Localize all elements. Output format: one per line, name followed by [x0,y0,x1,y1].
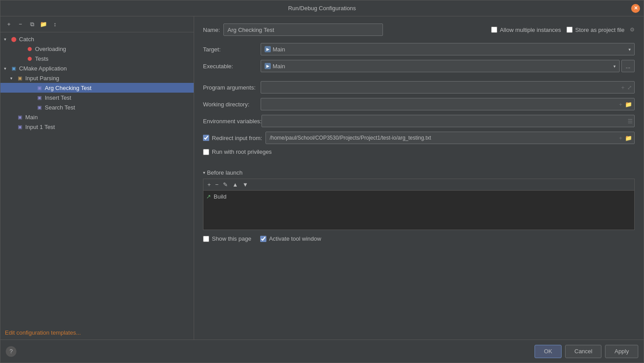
right-panel: Name: Allow multiple instances Store as … [194,16,644,340]
catch-label: Catch [19,36,34,43]
cmake-label: CMake Application [19,65,67,72]
help-button[interactable]: ? [6,346,16,357]
program-args-plus-icon[interactable]: + [620,84,625,91]
gear-icon[interactable]: ⚙ [630,27,635,33]
tests-icon: ⬤ [26,55,33,62]
env-vars-icon[interactable]: ☰ [628,118,633,125]
copy-config-button[interactable]: ⧉ [27,20,37,29]
store-as-project-row[interactable]: Store as project file [566,27,624,33]
bl-remove-button[interactable]: − [214,181,220,188]
run-debug-dialog: Run/Debug Configurations ✕ + − ⧉ 📁 ↕ ▾ ⬤… [0,0,644,363]
run-root-checkbox[interactable] [203,149,209,155]
redirect-row: Redirect input from: + 📁 [203,132,635,144]
redirect-folder-icon[interactable]: 📁 [624,134,633,142]
tree-item-tests[interactable]: ⬤ Tests [0,54,194,63]
exec-value: Main [273,63,285,70]
tree-item-input-parsing[interactable]: ▾ ▣ Input Parsing [0,73,194,83]
cmake-arrow: ▾ [4,66,10,71]
titlebar: Run/Debug Configurations ✕ [0,0,644,16]
tree-item-insert-test[interactable]: ▣ Insert Test [0,93,194,102]
tree-item-overloading[interactable]: ⬤ Overloading [0,44,194,54]
name-input[interactable] [223,23,383,36]
folder-config-button[interactable]: 📁 [39,20,48,29]
tests-label: Tests [35,55,48,62]
left-toolbar: + − ⧉ 📁 ↕ [0,16,194,32]
ok-button[interactable]: OK [535,345,562,358]
working-dir-input[interactable] [261,98,635,110]
program-args-row: Program arguments: + ⤢ [203,81,635,94]
env-vars-row: Environment variables: ☰ [203,115,635,127]
catch-icon: ⬤ [10,35,17,43]
search-test-label: Search Test [45,104,75,111]
allow-multiple-checkbox[interactable] [491,27,497,33]
working-dir-actions: + 📁 [618,101,633,108]
executable-row: Executable: ▶ Main ▾ ... [203,60,635,72]
before-launch-label: Before launch [207,169,242,176]
insert-test-icon: ▣ [36,94,43,101]
exec-dropdown[interactable]: ▶ Main ▾ [261,60,620,72]
activate-tool-label: Activate tool window [269,235,321,242]
store-as-project-checkbox[interactable] [566,27,573,33]
edit-templates-link[interactable]: Edit configuration templates... [0,326,194,340]
tree-item-search-test[interactable]: ▣ Search Test [0,102,194,112]
remove-config-button[interactable]: − [16,20,25,29]
target-label: Target: [203,46,261,53]
close-button[interactable]: ✕ [631,4,640,13]
redirect-input[interactable] [265,132,635,144]
add-config-button[interactable]: + [4,20,14,29]
bl-add-button[interactable]: + [206,181,212,188]
redirect-label: Redirect input from: [212,135,262,141]
env-vars-container: ☰ [262,115,635,127]
run-root-checkbox-row[interactable]: Run with root privileges [203,148,272,155]
bl-down-button[interactable]: ▼ [241,181,250,188]
sort-config-button[interactable]: ↕ [50,20,60,29]
bl-up-button[interactable]: ▲ [231,181,239,188]
search-test-icon: ▣ [36,104,43,111]
working-dir-plus-icon[interactable]: + [618,101,623,108]
activate-tool-row[interactable]: Activate tool window [260,235,321,242]
before-launch-header[interactable]: ▾ Before launch [203,169,635,176]
cancel-button[interactable]: Cancel [565,345,601,358]
target-dropdown[interactable]: ▶ Main ▾ [261,43,635,55]
target-row: Target: ▶ Main ▾ [203,43,635,55]
main-icon: ▣ [16,113,23,121]
arg-checking-icon: ▣ [36,84,43,91]
bl-edit-button[interactable]: ✎ [222,181,229,188]
show-page-row[interactable]: Show this page [203,235,251,242]
exec-browse-button[interactable]: ... [621,60,635,72]
build-item-label: Build [214,193,226,200]
working-dir-folder-icon[interactable]: 📁 [624,101,633,108]
allow-multiple-row[interactable]: Allow multiple instances [491,27,561,33]
env-vars-input[interactable] [262,115,635,127]
arg-checking-label: Arg Checking Test [45,85,91,91]
exec-dropdown-container: ▶ Main ▾ [261,60,620,72]
cmake-icon: ▣ [10,65,17,72]
overloading-label: Overloading [35,46,66,52]
tree-item-main[interactable]: ▣ Main [0,112,194,122]
apply-button[interactable]: Apply [605,345,638,358]
tree-item-catch[interactable]: ▾ ⬤ Catch [0,34,194,44]
overloading-icon: ⬤ [26,45,33,52]
before-launch-section: ▾ Before launch + − ✎ ▲ ▼ ↗ Build [203,169,635,230]
program-args-input[interactable] [261,81,635,94]
tree-item-cmake[interactable]: ▾ ▣ CMake Application [0,63,194,73]
name-row: Name: Allow multiple instances Store as … [203,23,635,36]
redirect-plus-icon[interactable]: + [618,134,623,142]
show-page-label: Show this page [212,235,251,242]
executable-controls: ▶ Main ▾ ... [261,60,635,72]
store-as-project-label: Store as project file [575,27,624,33]
activate-tool-checkbox[interactable] [260,236,266,242]
tree-item-arg-checking[interactable]: ▣ Arg Checking Test [0,83,194,93]
bottom-bar: ? OK Cancel Apply [0,340,644,363]
program-args-expand-icon[interactable]: ⤢ [626,84,633,91]
catch-arrow: ▾ [4,37,10,42]
redirect-checkbox[interactable] [203,135,209,141]
input1-test-icon: ▣ [16,123,23,130]
left-panel: + − ⧉ 📁 ↕ ▾ ⬤ Catch ⬤ Overloading [0,16,194,340]
exec-dropdown-arrow: ▾ [613,64,616,69]
tree-item-input1-test[interactable]: ▣ Input 1 Test [0,122,194,132]
target-dropdown-arrow: ▾ [628,47,631,52]
target-icon: ▶ [265,46,271,52]
redirect-checkbox-row[interactable]: Redirect input from: [203,135,262,141]
show-page-checkbox[interactable] [203,236,209,242]
